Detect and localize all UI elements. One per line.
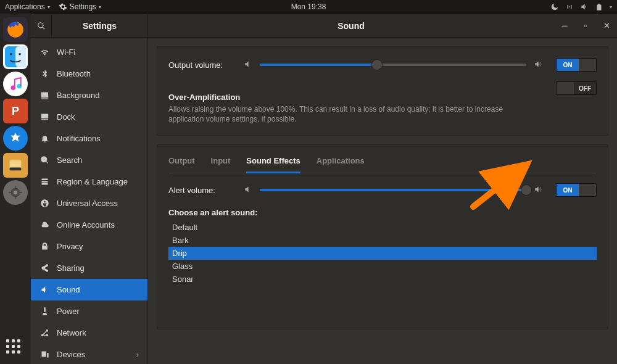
- sidebar-item-label: Devices: [57, 350, 129, 359]
- sidebar-item-dock[interactable]: Dock: [31, 106, 147, 128]
- clock[interactable]: Mon 19:38: [291, 2, 326, 11]
- sidebar-item-globe[interactable]: Region & Language: [31, 171, 147, 192]
- alert-volume-slider[interactable]: [260, 189, 526, 191]
- chevron-down-icon: ▾: [610, 4, 612, 10]
- tab-sound-effects[interactable]: Sound Effects: [246, 156, 300, 173]
- access-icon: [39, 199, 49, 208]
- page-title: Sound: [148, 14, 554, 37]
- night-light-icon[interactable]: [550, 2, 559, 11]
- minimize-button[interactable]: ─: [554, 14, 575, 38]
- alert-sound-glass[interactable]: Glass: [168, 260, 597, 273]
- sound-effects-panel: OutputInputSound EffectsApplications Ale…: [157, 144, 608, 329]
- alert-volume-toggle[interactable]: ON: [556, 183, 597, 197]
- battery-icon[interactable]: [595, 2, 603, 11]
- search-icon: [39, 155, 49, 165]
- tab-output[interactable]: Output: [168, 156, 195, 173]
- svg-rect-14: [20, 192, 22, 193]
- dock-app-appstore[interactable]: [3, 126, 28, 151]
- sidebar-item-label: Sound: [57, 285, 139, 294]
- volume-high-icon: [534, 185, 542, 195]
- dock-app-drive[interactable]: [3, 153, 28, 178]
- show-apps-button[interactable]: [6, 339, 25, 358]
- dock-app-settings[interactable]: [3, 180, 28, 205]
- dock-app-powerpoint[interactable]: P: [3, 99, 28, 123]
- sidebar-item-label: Notifications: [57, 134, 139, 143]
- sidebar-item-label: Background: [57, 91, 139, 100]
- alert-sound-list: DefaultBarkDripGlassSonar: [168, 221, 597, 286]
- dock-icon: [39, 112, 49, 122]
- sidebar-item-wifi[interactable]: Wi-Fi: [31, 41, 147, 63]
- sidebar-item-label: Privacy: [57, 242, 139, 251]
- active-app-label: Settings: [70, 2, 96, 11]
- settings-sidebar: Wi-FiBluetoothBackgroundDockNotification…: [31, 38, 148, 364]
- sidebar-item-sound[interactable]: Sound: [31, 279, 147, 300]
- status-area[interactable]: ▾: [550, 2, 612, 11]
- sidebar-item-bell[interactable]: Notifications: [31, 128, 147, 149]
- sidebar-item-search[interactable]: Search: [31, 149, 147, 171]
- sidebar-item-access[interactable]: Universal Access: [31, 192, 147, 214]
- alert-sound-bark[interactable]: Bark: [168, 234, 597, 247]
- power-icon: [39, 307, 49, 316]
- sidebar-item-lock[interactable]: Privacy: [31, 236, 147, 257]
- tab-applications[interactable]: Applications: [317, 156, 365, 173]
- sidebar-item-label: Region & Language: [57, 177, 139, 186]
- output-volume-panel: Output volume: ON: [157, 46, 608, 136]
- sidebar-item-label: Network: [57, 328, 139, 337]
- svg-point-4: [19, 53, 21, 56]
- search-button[interactable]: [31, 14, 52, 38]
- sidebar-item-label: Online Accounts: [57, 220, 139, 230]
- cloud-icon: [39, 220, 49, 230]
- globe-icon: [39, 177, 49, 186]
- sound-tabs: OutputInputSound EffectsApplications: [168, 156, 597, 173]
- sidebar-item-label: Wi-Fi: [57, 48, 139, 57]
- sidebar-item-devices[interactable]: Devices›: [31, 344, 147, 364]
- svg-rect-13: [9, 192, 11, 193]
- chevron-down-icon: ▾: [99, 4, 101, 10]
- dock-app-firefox[interactable]: [3, 17, 28, 42]
- sidebar-item-cloud[interactable]: Online Accounts: [31, 214, 147, 236]
- sidebar-item-label: Sharing: [57, 263, 139, 273]
- sidebar-item-label: Bluetooth: [57, 69, 139, 78]
- active-app-menu[interactable]: Settings ▾: [59, 2, 101, 11]
- output-volume-toggle[interactable]: ON: [556, 58, 597, 72]
- applications-menu[interactable]: Applications ▾: [5, 2, 50, 11]
- sidebar-item-power[interactable]: Power: [31, 300, 147, 322]
- alert-sound-drip[interactable]: Drip: [168, 247, 597, 260]
- sidebar-item-background[interactable]: Background: [31, 85, 147, 106]
- close-button[interactable]: ✕: [596, 14, 617, 38]
- network-icon[interactable]: [565, 2, 574, 11]
- svg-rect-8: [10, 168, 22, 171]
- sidebar-item-share[interactable]: Sharing: [31, 257, 147, 279]
- alert-sound-heading: Choose an alert sound:: [168, 208, 597, 217]
- alert-sound-default[interactable]: Default: [168, 221, 597, 234]
- output-volume-label: Output volume:: [168, 60, 236, 70]
- maximize-button[interactable]: ▫: [575, 14, 596, 38]
- svg-point-10: [14, 191, 18, 195]
- overamp-toggle[interactable]: OFF: [556, 81, 597, 95]
- volume-icon[interactable]: [580, 2, 589, 11]
- dock: P: [0, 14, 31, 364]
- bell-icon: [39, 134, 49, 143]
- dock-app-music[interactable]: [3, 72, 28, 96]
- sidebar-item-network[interactable]: Network: [31, 322, 147, 344]
- sidebar-title: Settings: [52, 21, 147, 31]
- sidebar-item-bluetooth[interactable]: Bluetooth: [31, 63, 147, 85]
- network-icon: [39, 328, 49, 337]
- dock-app-finder[interactable]: [3, 44, 28, 69]
- chevron-down-icon: ▾: [48, 4, 50, 10]
- sidebar-item-label: Dock: [57, 112, 139, 122]
- alert-sound-sonar[interactable]: Sonar: [168, 273, 597, 286]
- window-titlebar: Settings Sound ─ ▫ ✕: [31, 14, 617, 38]
- output-volume-slider[interactable]: [260, 64, 526, 66]
- sidebar-item-label: Search: [57, 155, 139, 165]
- alert-volume-label: Alert volume:: [168, 186, 236, 195]
- wifi-icon: [39, 48, 49, 57]
- svg-point-3: [10, 53, 12, 56]
- tab-input[interactable]: Input: [211, 156, 231, 173]
- toggle-off-label: OFF: [574, 82, 596, 94]
- svg-point-16: [44, 201, 46, 203]
- sound-icon: [39, 285, 49, 294]
- toggle-on-label: ON: [557, 184, 579, 196]
- applications-label: Applications: [5, 2, 45, 11]
- devices-icon: [39, 350, 49, 359]
